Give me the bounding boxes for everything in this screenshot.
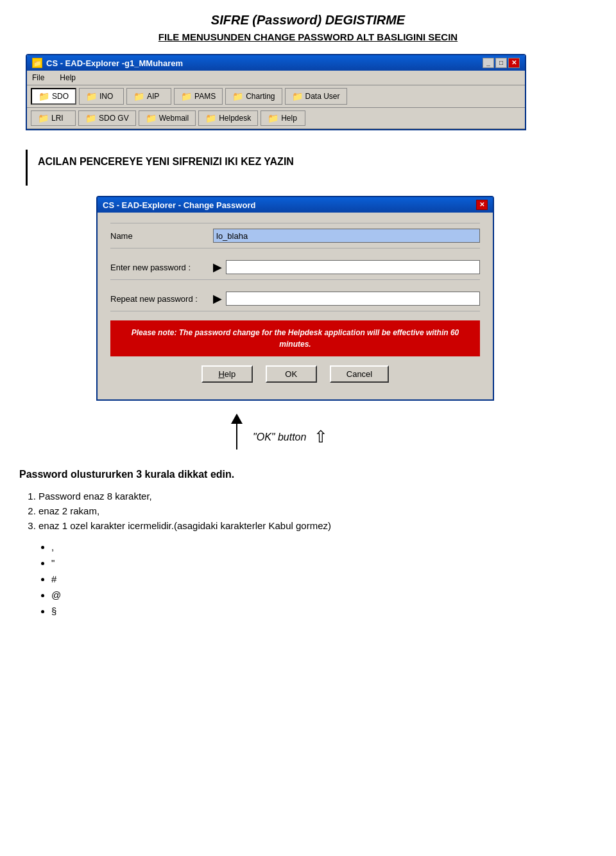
app-titlebar: 📁 CS - EAD-Explorer -g1_MMuharem _ □ ✕ (27, 55, 525, 71)
close-button[interactable]: ✕ (508, 58, 520, 68)
ok-button-label: "OK" button (253, 432, 306, 443)
ok-button[interactable]: OK (266, 365, 317, 383)
minimize-button[interactable]: _ (483, 58, 494, 68)
app-window: 📁 CS - EAD-Explorer -g1_MMuharem _ □ ✕ F… (26, 54, 526, 130)
dialog-window: CS - EAD-Explorer - Change Password ✕ Na… (96, 196, 494, 401)
name-field-row: Name (110, 223, 480, 249)
cancel-button[interactable]: Cancel (330, 365, 389, 383)
instructions-main: Password olustururken 3 kurala dikkat ed… (19, 469, 597, 480)
pams-icon: 📁 (181, 91, 192, 101)
arrow-right-icon: ▶ (213, 260, 222, 274)
instructions: Password olustururken 3 kurala dikkat ed… (19, 469, 597, 616)
toolbar-help[interactable]: 📁 Help (261, 110, 305, 126)
toolbar-ino[interactable]: 📁 INO (79, 88, 124, 105)
app-toolbar-row1: 📁 SDO 📁 INO 📁 AIP 📁 PAMS 📁 Charting 📁 Da… (27, 85, 525, 108)
toolbar-sdo[interactable]: 📁 SDO (31, 88, 76, 105)
repeat-password-input[interactable] (226, 292, 480, 306)
rule-3: enaz 1 ozel karakter icermelidir.(asagid… (38, 520, 597, 531)
toolbar-sdogv[interactable]: 📁 SDO GV (78, 110, 136, 126)
charting-icon: 📁 (232, 91, 243, 101)
name-label: Name (110, 231, 213, 241)
new-password-input[interactable] (226, 260, 480, 274)
dialog-title: CS - EAD-Explorer - Change Password (103, 200, 255, 210)
dialog-titlebar: CS - EAD-Explorer - Change Password ✕ (98, 197, 493, 213)
dialog-close-btn[interactable]: ✕ (476, 200, 488, 210)
toolbar-aip[interactable]: 📁 AIP (126, 88, 171, 105)
help-button[interactable]: Help (201, 365, 253, 383)
bullet-comma: , (51, 541, 597, 552)
toolbar-charting[interactable]: 📁 Charting (225, 88, 282, 105)
repeat-password-label: Repeat new password : (110, 294, 213, 304)
help-icon: 📁 (268, 113, 278, 123)
ok-arrow-head (231, 414, 243, 424)
new-password-field-row: Enter new password : ▶ (110, 255, 480, 280)
dialog-body: Name Enter new password : ▶ Repeat new p… (98, 213, 493, 399)
dialog-container: CS - EAD-Explorer - Change Password ✕ Na… (96, 196, 597, 401)
maximize-button[interactable]: □ (495, 58, 507, 68)
dialog-notice: Please note: The password change for the… (110, 320, 480, 356)
toolbar-datauser[interactable]: 📁 Data User (285, 88, 347, 105)
menu-help[interactable]: Help (57, 72, 78, 83)
toolbar-webmail[interactable]: 📁 Webmail (139, 110, 196, 126)
app-titlebar-icon: 📁 (32, 58, 42, 68)
aip-icon: 📁 (133, 91, 144, 101)
page-title: SIFRE (Password) DEGISTIRME (19, 13, 597, 28)
bullet-hash: # (51, 573, 597, 584)
rule-2: enaz 2 rakam, (38, 505, 597, 516)
menu-file[interactable]: File (30, 72, 47, 83)
section2-heading: ACILAN PENCEREYE YENI SIFRENIZI IKI KEZ … (38, 156, 294, 168)
helpdesk-icon: 📁 (205, 113, 216, 123)
bullet-quote: " (51, 557, 597, 568)
name-input[interactable] (213, 229, 480, 243)
page-subtitle: FILE MENUSUNDEN CHANGE PASSWORD ALT BASL… (19, 31, 597, 42)
ok-arrow-line (236, 424, 237, 450)
new-password-label: Enter new password : (110, 263, 213, 272)
dialog-buttons: Help OK Cancel (110, 365, 480, 389)
arrow-right-icon2: ▶ (213, 292, 222, 306)
rules-list: Password enaz 8 karakter, enaz 2 rakam, … (38, 491, 597, 531)
app-toolbar-row2: 📁 LRI 📁 SDO GV 📁 Webmail 📁 Helpdesk 📁 He… (27, 108, 525, 129)
datauser-icon: 📁 (292, 91, 303, 101)
app-menubar: File Help (27, 71, 525, 85)
bullet-at: @ (51, 590, 597, 600)
sdo-icon: 📁 (38, 91, 49, 101)
toolbar-lri[interactable]: 📁 LRI (31, 110, 76, 126)
lri-icon: 📁 (38, 113, 49, 123)
app-window-title: CS - EAD-Explorer -g1_MMuharem (46, 58, 183, 68)
bullet-list: , " # @ § (51, 541, 597, 616)
toolbar-pams[interactable]: 📁 PAMS (174, 88, 223, 105)
toolbar-helpdesk[interactable]: 📁 Helpdesk (198, 110, 258, 126)
ok-arrow-icon: ⇧ (314, 427, 328, 447)
rule-1: Password enaz 8 karakter, (38, 491, 597, 502)
sdogv-icon: 📁 (85, 113, 96, 123)
bullet-section: § (51, 606, 597, 616)
webmail-icon: 📁 (146, 113, 157, 123)
repeat-password-field-row: Repeat new password : ▶ (110, 286, 480, 311)
ok-annotation: "OK" button ⇧ (231, 414, 597, 450)
ino-icon: 📁 (86, 91, 97, 101)
